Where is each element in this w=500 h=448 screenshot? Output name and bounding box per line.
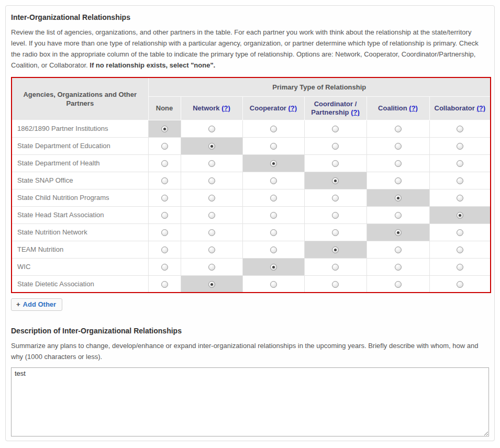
table-row: TEAM Nutrition <box>12 241 491 258</box>
radio-row8-none[interactable] <box>161 264 168 271</box>
radio-cell <box>366 275 429 293</box>
plus-icon: + <box>16 300 20 308</box>
radio-row7-cooperator[interactable] <box>270 247 277 253</box>
partner-name: State Dietetic Association <box>12 275 148 293</box>
radio-row2-network[interactable] <box>208 160 215 167</box>
partner-name: State Department of Education <box>12 137 148 154</box>
radio-cell <box>304 172 366 189</box>
description-instructions: Summarize any plans to change, develop/e… <box>11 340 489 362</box>
radio-cell <box>366 137 429 154</box>
radio-cell <box>366 223 429 241</box>
radio-cell <box>304 223 366 241</box>
radio-row9-coordinator-partnership[interactable] <box>332 281 339 288</box>
partner-name: WIC <box>12 258 148 275</box>
radio-row3-network[interactable] <box>208 177 215 184</box>
radio-cell <box>148 223 181 241</box>
radio-row2-coalition[interactable] <box>395 160 402 167</box>
table-row: 1862/1890 Partner Institutions <box>12 120 491 137</box>
radio-row1-cooperator[interactable] <box>270 143 277 150</box>
radio-row3-collaborator[interactable] <box>457 177 463 184</box>
radio-row5-network[interactable] <box>208 212 215 219</box>
radio-cell <box>181 241 242 258</box>
radio-cell <box>242 154 304 172</box>
radio-row6-coalition[interactable] <box>395 229 402 236</box>
radio-cell <box>366 120 429 137</box>
radio-row2-none[interactable] <box>161 160 168 167</box>
radio-row0-coalition[interactable] <box>395 126 402 132</box>
radio-row5-coordinator-partnership[interactable] <box>332 212 339 219</box>
radio-row3-coordinator-partnership[interactable] <box>332 177 339 184</box>
radio-row7-none[interactable] <box>161 247 168 253</box>
radio-row2-cooperator[interactable] <box>270 160 277 167</box>
radio-row4-coalition[interactable] <box>395 195 402 201</box>
radio-cell <box>242 241 304 258</box>
radio-row1-none[interactable] <box>161 143 168 150</box>
radio-row7-coordinator-partnership[interactable] <box>332 247 339 253</box>
column-label: None <box>156 104 173 112</box>
radio-row9-network[interactable] <box>208 281 215 288</box>
radio-row0-coordinator-partnership[interactable] <box>332 126 339 132</box>
radio-row1-collaborator[interactable] <box>457 143 463 150</box>
radio-row8-network[interactable] <box>208 264 215 271</box>
radio-cell <box>304 275 366 293</box>
help-link-icon[interactable]: (?) <box>351 108 360 116</box>
radio-cell <box>148 241 181 258</box>
radio-row6-cooperator[interactable] <box>270 229 277 236</box>
add-other-label: Add Other <box>23 300 57 308</box>
radio-row8-coordinator-partnership[interactable] <box>332 264 339 271</box>
column-label: Cooperator <box>250 104 288 112</box>
radio-row0-collaborator[interactable] <box>457 126 463 132</box>
radio-row7-network[interactable] <box>208 247 215 253</box>
radio-row0-cooperator[interactable] <box>270 126 277 132</box>
radio-row1-coalition[interactable] <box>395 143 402 150</box>
help-link-icon[interactable]: (?) <box>476 104 485 112</box>
radio-row6-network[interactable] <box>208 229 215 236</box>
radio-row6-coordinator-partnership[interactable] <box>332 229 339 236</box>
radio-cell <box>148 154 181 172</box>
radio-row5-cooperator[interactable] <box>270 212 277 219</box>
radio-row9-coalition[interactable] <box>395 281 402 288</box>
radio-row6-none[interactable] <box>161 229 168 236</box>
radio-row7-collaborator[interactable] <box>457 247 463 253</box>
radio-row4-coordinator-partnership[interactable] <box>332 195 339 201</box>
radio-row4-network[interactable] <box>208 195 215 201</box>
radio-row5-collaborator[interactable] <box>457 212 463 219</box>
radio-row3-cooperator[interactable] <box>270 177 277 184</box>
radio-row4-cooperator[interactable] <box>270 195 277 201</box>
radio-row3-coalition[interactable] <box>395 177 402 184</box>
corner-header: Agencies, Organizations and Other Partne… <box>12 77 148 120</box>
radio-row1-coordinator-partnership[interactable] <box>332 143 339 150</box>
help-link-icon[interactable]: (?) <box>221 104 230 112</box>
radio-row9-cooperator[interactable] <box>270 281 277 288</box>
radio-row0-none[interactable] <box>161 126 168 132</box>
radio-row7-coalition[interactable] <box>395 247 402 253</box>
radio-row5-coalition[interactable] <box>395 212 402 219</box>
radio-row4-none[interactable] <box>161 195 168 201</box>
radio-row0-network[interactable] <box>208 126 215 132</box>
radio-row6-collaborator[interactable] <box>457 229 463 236</box>
radio-cell <box>366 154 429 172</box>
radio-row3-none[interactable] <box>161 177 168 184</box>
radio-cell <box>429 154 491 172</box>
add-other-button[interactable]: +Add Other <box>11 298 62 311</box>
help-link-icon[interactable]: (?) <box>409 104 418 112</box>
radio-row1-network[interactable] <box>208 143 215 150</box>
radio-row2-coordinator-partnership[interactable] <box>332 160 339 167</box>
radio-cell <box>181 189 242 206</box>
radio-row9-collaborator[interactable] <box>457 281 463 288</box>
radio-row4-collaborator[interactable] <box>457 195 463 201</box>
group-header: Primary Type of Relationship <box>148 77 491 96</box>
radio-cell <box>429 120 491 137</box>
radio-row8-coalition[interactable] <box>395 264 402 271</box>
description-title: Description of Inter-Organizational Rela… <box>11 327 489 335</box>
radio-row2-collaborator[interactable] <box>457 160 463 167</box>
help-link-icon[interactable]: (?) <box>288 104 297 112</box>
radio-cell <box>242 120 304 137</box>
radio-row9-none[interactable] <box>161 281 168 288</box>
table-row: State SNAP Office <box>12 172 491 189</box>
description-textarea[interactable]: test <box>11 367 489 436</box>
radio-row8-collaborator[interactable] <box>457 264 463 271</box>
radio-row5-none[interactable] <box>161 212 168 219</box>
radio-row8-cooperator[interactable] <box>270 264 277 271</box>
radio-cell <box>366 206 429 223</box>
